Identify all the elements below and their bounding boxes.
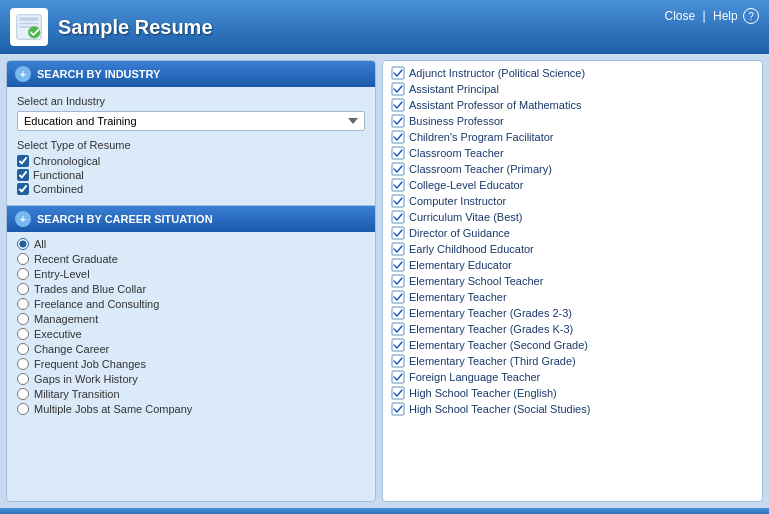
list-item-label: College-Level Educator [409,179,523,191]
list-item[interactable]: Assistant Professor of Mathematics [383,97,762,113]
list-item[interactable]: Elementary School Teacher [383,273,762,289]
list-item-label: Adjunct Instructor (Political Science) [409,67,585,79]
check-icon [391,306,405,320]
career-radio[interactable] [17,343,29,355]
resume-type-item: Combined [17,183,365,195]
career-radio[interactable] [17,373,29,385]
career-section-header: + SEARCH BY CAREER SITUATION [7,206,375,232]
bottom-bar [0,508,769,514]
check-icon [391,274,405,288]
svg-rect-2 [19,23,38,25]
check-icon [391,290,405,304]
list-item-label: Assistant Professor of Mathematics [409,99,581,111]
list-item[interactable]: Curriculum Vitae (Best) [383,209,762,225]
list-item[interactable]: High School Teacher (English) [383,385,762,401]
career-option-label: Entry-Level [34,268,90,280]
help-icon[interactable]: ? [743,8,759,24]
list-item[interactable]: Foreign Language Teacher [383,369,762,385]
resume-type-item: Chronological [17,155,365,167]
list-item-label: Elementary Teacher (Grades K-3) [409,323,573,335]
list-item[interactable]: Elementary Teacher [383,289,762,305]
list-item[interactable]: Elementary Educator [383,257,762,273]
list-item-label: Director of Guidance [409,227,510,239]
career-option-item: Freelance and Consulting [17,298,365,310]
check-icon [391,130,405,144]
career-option-item: Entry-Level [17,268,365,280]
check-icon [391,178,405,192]
resume-type-label: Chronological [33,155,100,167]
check-icon [391,354,405,368]
resume-type-item: Functional [17,169,365,181]
career-option-label: Recent Graduate [34,253,118,265]
industry-section-header: + SEARCH BY INDUSTRY [7,61,375,87]
list-item[interactable]: Elementary Teacher (Grades 2-3) [383,305,762,321]
list-item-label: Elementary Teacher [409,291,507,303]
check-icon [391,370,405,384]
check-icon [391,66,405,80]
list-item[interactable]: Early Childhood Educator [383,241,762,257]
list-item-label: Early Childhood Educator [409,243,534,255]
check-icon [391,402,405,416]
check-icon [391,322,405,336]
list-item[interactable]: Elementary Teacher (Second Grade) [383,337,762,353]
career-radio[interactable] [17,298,29,310]
career-radio-group: AllRecent GraduateEntry-LevelTrades and … [7,232,375,424]
list-item[interactable]: Children's Program Facilitator [383,129,762,145]
list-item[interactable]: High School Teacher (Social Studies) [383,401,762,417]
check-icon [391,226,405,240]
list-item[interactable]: Adjunct Instructor (Political Science) [383,65,762,81]
list-item[interactable]: Elementary Teacher (Third Grade) [383,353,762,369]
career-radio[interactable] [17,313,29,325]
list-item[interactable]: Business Professor [383,113,762,129]
resume-type-checkbox[interactable] [17,183,29,195]
resume-type-checkbox[interactable] [17,155,29,167]
career-radio[interactable] [17,238,29,250]
list-item-label: Business Professor [409,115,504,127]
window-controls: Close | Help ? [660,8,759,24]
list-item-label: Classroom Teacher (Primary) [409,163,552,175]
list-item[interactable]: College-Level Educator [383,177,762,193]
list-item[interactable]: Elementary Teacher (Grades K-3) [383,321,762,337]
list-item[interactable]: Classroom Teacher (Primary) [383,161,762,177]
resume-type-checkbox[interactable] [17,169,29,181]
industry-header-label: SEARCH BY INDUSTRY [37,68,160,80]
list-item[interactable]: Classroom Teacher [383,145,762,161]
list-item-label: Classroom Teacher [409,147,504,159]
industry-dropdown[interactable]: Education and TrainingHealthcareTechnolo… [17,111,365,131]
left-panel: + SEARCH BY INDUSTRY Select an Industry … [6,60,376,502]
list-item-label: Elementary School Teacher [409,275,543,287]
career-option-label: Frequent Job Changes [34,358,146,370]
career-radio[interactable] [17,253,29,265]
title-bar: Sample Resume Close | Help ? [0,0,769,54]
career-radio[interactable] [17,388,29,400]
career-option-item: Frequent Job Changes [17,358,365,370]
list-item-label: Children's Program Facilitator [409,131,554,143]
check-icon [391,386,405,400]
check-icon [391,114,405,128]
career-option-item: Change Career [17,343,365,355]
career-option-item: Military Transition [17,388,365,400]
career-option-label: Military Transition [34,388,120,400]
right-panel[interactable]: Adjunct Instructor (Political Science)As… [382,60,763,502]
career-header-icon: + [15,211,31,227]
help-button[interactable]: Help [713,9,738,23]
app-icon [10,8,48,46]
career-radio[interactable] [17,283,29,295]
close-button[interactable]: Close [664,9,695,23]
career-radio[interactable] [17,358,29,370]
list-item[interactable]: Assistant Principal [383,81,762,97]
career-option-label: All [34,238,46,250]
career-radio[interactable] [17,328,29,340]
list-item[interactable]: Director of Guidance [383,225,762,241]
career-option-label: Multiple Jobs at Same Company [34,403,192,415]
career-option-item: All [17,238,365,250]
page-title: Sample Resume [58,16,213,39]
list-item[interactable]: Computer Instructor [383,193,762,209]
career-option-label: Trades and Blue Collar [34,283,146,295]
check-icon [391,242,405,256]
list-item-label: Foreign Language Teacher [409,371,540,383]
career-option-label: Executive [34,328,82,340]
career-radio[interactable] [17,403,29,415]
check-icon [391,258,405,272]
career-radio[interactable] [17,268,29,280]
